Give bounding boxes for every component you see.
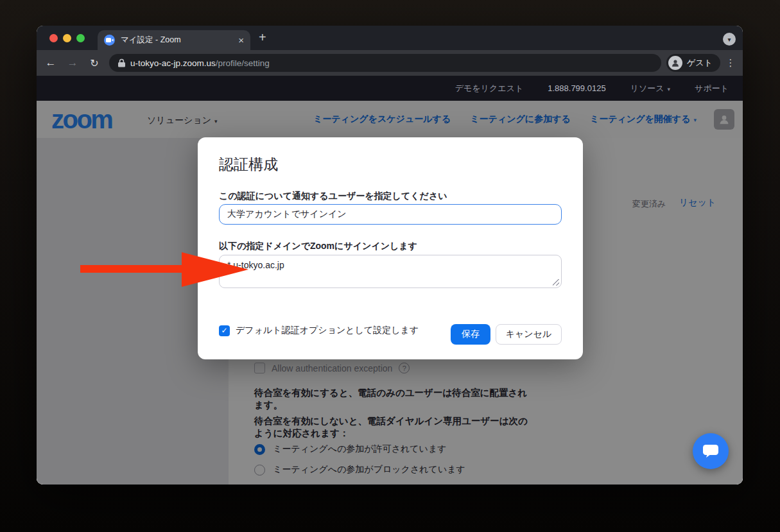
tab-strip: マイ設定 - Zoom × + ▾ xyxy=(37,26,743,50)
fullscreen-window-button[interactable] xyxy=(76,34,85,42)
top-utility-bar: デモをリクエスト 1.888.799.0125 リソース▾ サポート xyxy=(37,76,743,101)
zoom-favicon-icon xyxy=(104,35,115,46)
notify-users-label: この認証について通知するユーザーを指定してください xyxy=(219,191,447,202)
support-link[interactable]: サポート xyxy=(695,83,729,94)
window-controls xyxy=(49,34,85,42)
guest-label: ゲスト xyxy=(687,57,713,69)
domain-textarea[interactable]: *.u-tokyo.ac.jp xyxy=(220,255,561,287)
browser-toolbar: ← → ↻ u-tokyo-ac-jp.zoom.us/profile/sett… xyxy=(37,50,743,76)
page-viewport: デモをリクエスト 1.888.799.0125 リソース▾ サポート zoom … xyxy=(37,76,743,485)
url-path: /profile/setting xyxy=(216,58,270,68)
lock-icon[interactable] xyxy=(118,58,125,67)
save-button[interactable]: 保存 xyxy=(451,324,490,345)
modal-title: 認証構成 xyxy=(219,155,278,175)
chevron-down-icon: ▾ xyxy=(668,86,671,92)
chat-bubble-icon xyxy=(702,444,719,459)
guest-avatar-icon xyxy=(668,56,682,70)
resize-grip-icon[interactable] xyxy=(553,279,559,286)
cancel-button[interactable]: キャンセル xyxy=(496,324,562,345)
minimize-window-button[interactable] xyxy=(63,34,71,42)
default-option-row: ✓ デフォルト認証オプションとして設定します xyxy=(219,325,419,336)
chat-widget-button[interactable] xyxy=(693,433,729,469)
browser-tab[interactable]: マイ設定 - Zoom × xyxy=(98,30,250,50)
guest-profile-button[interactable]: ゲスト xyxy=(666,54,720,72)
forward-icon[interactable]: → xyxy=(65,50,80,76)
default-option-checkbox[interactable]: ✓ xyxy=(219,325,230,336)
request-demo-link[interactable]: デモをリクエスト xyxy=(455,83,523,94)
address-bar[interactable]: u-tokyo-ac-jp.zoom.us/profile/setting xyxy=(109,54,661,72)
reload-icon[interactable]: ↻ xyxy=(87,50,102,76)
tab-title: マイ設定 - Zoom xyxy=(121,35,181,46)
new-tab-button[interactable]: + xyxy=(259,31,266,44)
close-window-button[interactable] xyxy=(49,34,58,42)
tab-close-icon[interactable]: × xyxy=(238,35,244,45)
default-option-label: デフォルト認証オプションとして設定します xyxy=(236,325,419,336)
back-icon[interactable]: ← xyxy=(43,50,58,76)
annotation-arrow xyxy=(80,250,250,289)
phone-number-link[interactable]: 1.888.799.0125 xyxy=(548,83,605,93)
url-host: u-tokyo-ac-jp.zoom.us xyxy=(130,58,216,68)
tab-search-button[interactable]: ▾ xyxy=(723,33,736,46)
browser-menu-icon[interactable]: ⋮ xyxy=(725,50,736,76)
notify-users-input[interactable] xyxy=(219,204,562,225)
domain-textarea-wrap: *.u-tokyo.ac.jp xyxy=(219,255,562,288)
auth-config-modal: 認証構成 この認証について通知するユーザーを指定してください 以下の指定ドメイン… xyxy=(198,137,583,359)
browser-window: マイ設定 - Zoom × + ▾ ← → ↻ u-tokyo-ac-jp.zo… xyxy=(37,26,743,485)
resources-menu[interactable]: リソース▾ xyxy=(630,83,670,94)
